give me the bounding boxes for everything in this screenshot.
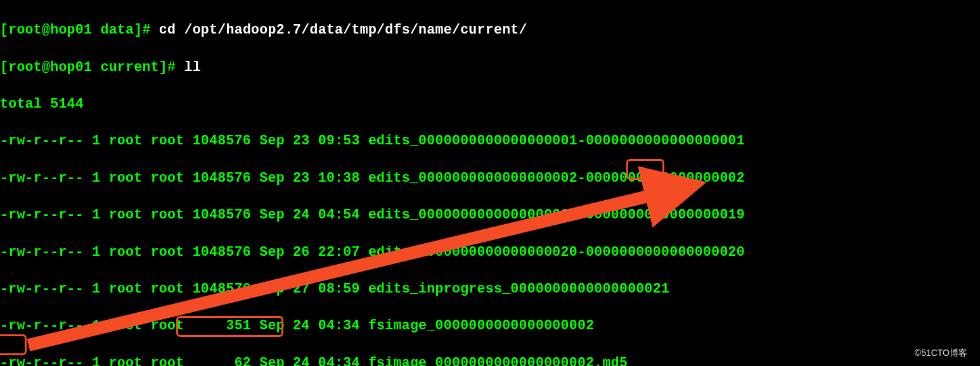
command-text: ll — [184, 60, 200, 75]
file-meta: -rw-r--r-- 1 root root 1048576 Sep 23 10… — [0, 170, 368, 186]
highlight-box-021 — [626, 159, 664, 180]
prompt-line-2: [root@hop01 current]# ll — [0, 58, 980, 77]
file-name: fsimage_0000000000000000002.md5 — [368, 355, 628, 366]
highlight-box-21 — [0, 334, 27, 355]
highlight-box-cat — [176, 316, 283, 337]
list-item: -rw-r--r-- 1 root root 1048576 Sep 23 10… — [0, 169, 980, 187]
file-name: edits_0000000000000000002-00000000000000… — [368, 170, 745, 186]
prompt-bracket: [ — [0, 60, 8, 75]
file-meta: -rw-r--r-- 1 root root 1048576 Sep 27 08… — [0, 281, 368, 296]
file-meta: -rw-r--r-- 1 root root 1048576 Sep 23 09… — [0, 133, 368, 148]
watermark-text: ©51CTO博客 — [915, 344, 967, 362]
list-item: -rw-r--r-- 1 root root 62 Sep 24 04:34 f… — [0, 354, 980, 366]
total-line: total 5144 — [0, 95, 980, 113]
prompt-userhost: root@hop01 current — [8, 60, 159, 75]
list-item: -rw-r--r-- 1 root root 1048576 Sep 23 09… — [0, 132, 980, 150]
list-item: -rw-r--r-- 1 root root 1048576 Sep 26 22… — [0, 243, 980, 262]
list-item: -rw-r--r-- 1 root root 351 Sep 24 04:34 … — [0, 317, 980, 335]
prompt-bracket: [ — [0, 22, 8, 37]
file-name: edits_0000000000000000001-00000000000000… — [368, 133, 745, 148]
prompt-userhost: root@hop01 data — [8, 22, 134, 37]
file-meta: -rw-r--r-- 1 root root 1048576 Sep 26 22… — [0, 244, 368, 260]
file-meta: -rw-r--r-- 1 root root 62 Sep 24 04:34 — [0, 355, 368, 366]
file-name: edits_inprogress_0000000000000000021 — [368, 281, 669, 296]
prompt-line-1: [root@hop01 data]# cd /opt/hadoop2.7/dat… — [0, 21, 980, 39]
command-text: cd /opt/hadoop2.7/data/tmp/dfs/name/curr… — [159, 22, 527, 37]
file-meta: -rw-r--r-- 1 root root 1048576 Sep 24 04… — [0, 207, 368, 222]
terminal-output: [root@hop01 data]# cd /opt/hadoop2.7/dat… — [0, 0, 980, 366]
prompt-bracket: ]# — [134, 22, 159, 37]
file-name: edits_0000000000000000020-00000000000000… — [368, 244, 745, 260]
list-item: -rw-r--r-- 1 root root 1048576 Sep 24 04… — [0, 206, 980, 224]
list-item: -rw-r--r-- 1 root root 1048576 Sep 27 08… — [0, 280, 980, 298]
file-name: edits_0000000000000000003-00000000000000… — [368, 207, 745, 222]
file-name: fsimage_0000000000000000002 — [368, 318, 594, 333]
prompt-bracket: ]# — [159, 60, 184, 75]
